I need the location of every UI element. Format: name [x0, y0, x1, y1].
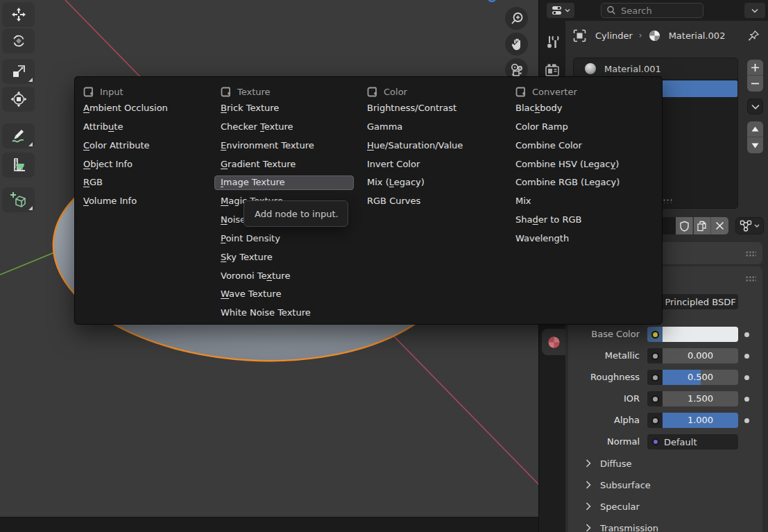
tool-scale-button[interactable] [2, 59, 35, 84]
breadcrumb-material[interactable]: Material.002 [669, 31, 726, 41]
subpanel-transmission[interactable]: Transmission [568, 518, 762, 532]
breadcrumb-object[interactable]: Cylinder [595, 31, 633, 41]
ior-slider[interactable]: 1.500 [663, 391, 738, 406]
subpanel-specular[interactable]: Specular [568, 497, 762, 516]
tool-add-primitive-button[interactable] [2, 187, 35, 212]
menu-column-header: Input [83, 83, 123, 101]
menu-item[interactable]: Voronoi Texture [221, 267, 361, 286]
hand-icon [510, 37, 524, 51]
panel-drag-grip[interactable] [745, 250, 756, 257]
tab-material[interactable] [542, 329, 565, 355]
camera-icon [509, 62, 525, 78]
menu-item[interactable]: Invert Color [367, 155, 510, 174]
subpanel-subsurface[interactable]: Subsurface [568, 475, 762, 495]
menu-item[interactable]: Combine HSV (Legacy) [515, 155, 651, 174]
tool-measure-button[interactable] [2, 153, 35, 178]
subpanel-diffuse[interactable]: Diffuse [568, 454, 762, 473]
material-tab-icon [547, 336, 561, 349]
viewport-zoom-button[interactable] [505, 7, 528, 30]
measure-icon [10, 156, 28, 174]
property-label: Normal [568, 434, 640, 449]
slot-specials-button[interactable] [747, 98, 763, 114]
move-slot-up-button[interactable] [747, 121, 763, 137]
header-dropdown-button[interactable] [744, 3, 765, 18]
menu-item[interactable]: Wave Texture [221, 285, 361, 304]
animate-decorator-dot[interactable] [744, 332, 749, 337]
animate-decorator-dot[interactable] [744, 418, 749, 423]
add-material-slot-button[interactable] [747, 60, 763, 76]
menu-item[interactable]: Sky Texture [221, 248, 361, 267]
animate-decorator-dot[interactable] [744, 397, 749, 402]
triangle-down-icon [751, 143, 759, 148]
roughness-slider[interactable]: 0.500 [663, 370, 738, 385]
list-resize-grip[interactable] [662, 198, 674, 203]
menu-item[interactable]: RGB Curves [367, 192, 510, 211]
copy-material-button[interactable] [694, 217, 711, 234]
menu-item[interactable]: Point Density [221, 230, 361, 248]
roughness-socket-button[interactable] [647, 370, 663, 385]
nav-gizmo-axis-dot[interactable] [488, 0, 495, 1]
metallic-slider[interactable]: 0.000 [663, 348, 738, 363]
menu-item[interactable]: Object Info [83, 155, 215, 174]
tool-rotate-button[interactable] [2, 28, 35, 53]
animate-decorator-dot[interactable] [744, 375, 749, 380]
move-slot-down-button[interactable] [747, 137, 763, 153]
chevron-down-icon [754, 224, 760, 228]
menu-item[interactable]: Brightness/Contrast [367, 99, 510, 118]
viewport-pan-button[interactable] [505, 33, 528, 55]
menu-item[interactable]: Volume Info [83, 192, 215, 211]
menu-item[interactable]: Mix (Legacy) [367, 173, 510, 192]
editor-type-selector[interactable] [547, 3, 574, 18]
menu-item[interactable]: Image Texture [221, 173, 361, 192]
menu-item[interactable]: Wavelength [515, 230, 651, 248]
fake-user-button[interactable] [676, 217, 693, 234]
shield-icon [679, 221, 690, 232]
remove-material-slot-button[interactable] [747, 76, 763, 92]
normal-value: Default [664, 437, 697, 447]
menu-item[interactable]: Environment Texture [221, 137, 361, 155]
menu-item[interactable]: RGB [83, 173, 215, 192]
menu-item[interactable]: Attribute [83, 118, 215, 137]
search-input[interactable]: Search [601, 3, 703, 18]
animate-decorator-dot[interactable] [744, 354, 749, 359]
surface-node-name: Principled BSDF [665, 297, 735, 307]
pin-icon[interactable] [748, 30, 760, 42]
minus-icon [751, 79, 760, 88]
menu-item[interactable]: Mix [515, 192, 651, 211]
menu-item[interactable]: Shader to RGB [515, 211, 651, 230]
node-tree-dropdown[interactable] [735, 217, 764, 234]
add-cube-icon [9, 190, 28, 209]
alpha-socket-button[interactable] [647, 413, 663, 428]
slider-value: 0.500 [663, 370, 738, 385]
menu-item[interactable]: Brick Texture [221, 99, 361, 118]
base-color-swatch[interactable] [663, 327, 738, 342]
search-icon [606, 6, 616, 15]
menu-item[interactable]: Gradient Texture [221, 155, 361, 174]
normal-dropdown[interactable]: Default [647, 434, 738, 449]
menu-item[interactable]: Hue/Saturation/Value [367, 137, 510, 155]
property-label: Base Color [568, 327, 640, 342]
node-icon [83, 87, 95, 97]
tool-move-button[interactable] [2, 2, 35, 27]
unlink-material-button[interactable] [711, 217, 728, 234]
tool-transform-button[interactable] [2, 87, 35, 112]
menu-item[interactable]: Blackbody [515, 99, 651, 118]
menu-item[interactable]: Ambient Occlusion [83, 99, 215, 118]
tab-tool[interactable] [539, 29, 565, 55]
panel-drag-grip[interactable] [745, 275, 756, 282]
ior-socket-button[interactable] [647, 391, 663, 406]
metallic-socket-button[interactable] [647, 348, 663, 363]
menu-item[interactable]: Combine RGB (Legacy) [515, 173, 651, 192]
menu-item[interactable]: Color Ramp [515, 118, 651, 137]
subpanel-label: Transmission [600, 523, 658, 532]
menu-item[interactable]: Combine Color [515, 137, 651, 155]
base-color-socket-button[interactable] [647, 327, 663, 342]
tool-annotate-button[interactable] [2, 123, 35, 148]
menu-item[interactable]: White Noise Texture [221, 304, 361, 323]
menu-item[interactable]: Checker Texture [221, 118, 361, 137]
vector-socket-icon [652, 438, 659, 445]
menu-item[interactable]: Gamma [367, 118, 510, 137]
subpanel-label: Diffuse [600, 458, 632, 469]
menu-item[interactable]: Color Attribute [83, 137, 215, 155]
alpha-slider[interactable]: 1.000 [663, 413, 738, 428]
